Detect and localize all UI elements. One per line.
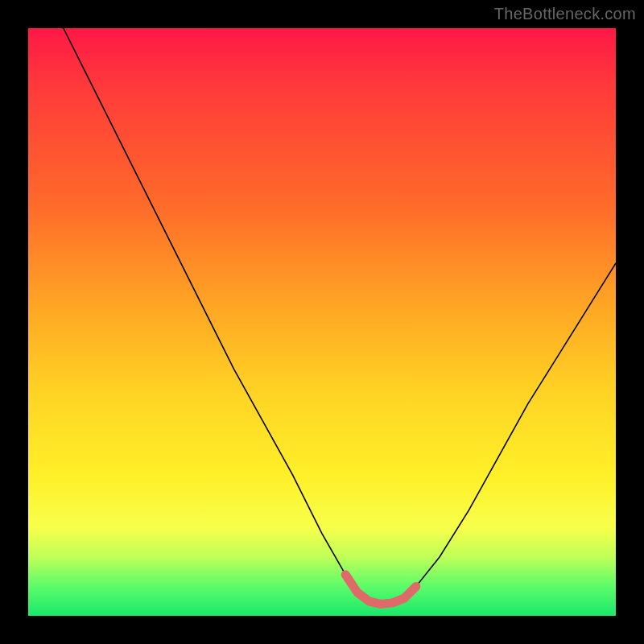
plot-area	[28, 28, 616, 616]
chart-svg	[28, 28, 616, 616]
main-curve	[64, 28, 616, 604]
chart-frame: TheBottleneck.com	[0, 0, 644, 644]
watermark-text: TheBottleneck.com	[494, 5, 636, 23]
highlight-curve	[345, 575, 416, 605]
